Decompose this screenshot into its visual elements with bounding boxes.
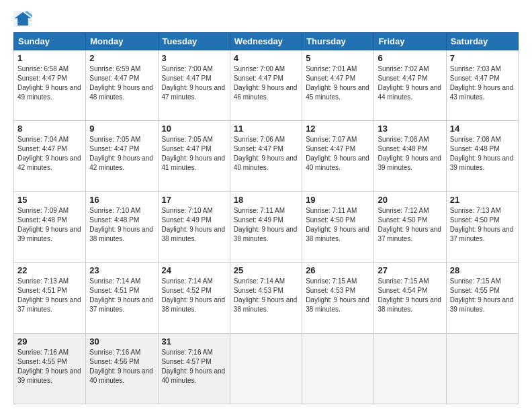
calendar-cell: 26 Sunrise: 7:15 AM Sunset: 4:53 PM Dayl… [302,263,374,333]
calendar-cell: 28 Sunrise: 7:15 AM Sunset: 4:55 PM Dayl… [446,263,518,333]
day-number: 12 [306,124,370,134]
day-info: Sunrise: 7:08 AM Sunset: 4:48 PM Dayligh… [450,135,515,173]
day-info: Sunrise: 7:07 AM Sunset: 4:47 PM Dayligh… [306,135,370,173]
day-number: 28 [450,265,515,275]
day-number: 4 [234,53,298,63]
day-info: Sunrise: 7:14 AM Sunset: 4:53 PM Dayligh… [234,277,298,314]
day-info: Sunrise: 7:05 AM Sunset: 4:47 PM Dayligh… [162,135,226,173]
day-number: 9 [89,124,154,134]
calendar-cell: 8 Sunrise: 7:04 AM Sunset: 4:47 PM Dayli… [14,121,86,191]
calendar-cell: 18 Sunrise: 7:11 AM Sunset: 4:49 PM Dayl… [230,191,302,262]
day-number: 18 [234,195,298,205]
calendar-cell: 25 Sunrise: 7:14 AM Sunset: 4:53 PM Dayl… [230,263,302,333]
day-number: 13 [378,124,442,134]
day-number: 27 [378,265,442,275]
calendar-header-sunday: Sunday [14,33,86,50]
day-number: 24 [162,265,226,275]
calendar-cell: 29 Sunrise: 7:16 AM Sunset: 4:55 PM Dayl… [14,333,86,404]
day-info: Sunrise: 7:06 AM Sunset: 4:47 PM Dayligh… [234,135,298,173]
day-number: 8 [17,124,82,134]
calendar-cell: 24 Sunrise: 7:14 AM Sunset: 4:52 PM Dayl… [158,263,230,333]
calendar-cell: 15 Sunrise: 7:09 AM Sunset: 4:48 PM Dayl… [14,191,86,262]
logo-icon [13,11,32,27]
day-info: Sunrise: 7:04 AM Sunset: 4:47 PM Dayligh… [17,135,82,173]
calendar-cell: 30 Sunrise: 7:16 AM Sunset: 4:56 PM Dayl… [86,333,158,404]
calendar-cell: 23 Sunrise: 7:14 AM Sunset: 4:51 PM Dayl… [86,263,158,333]
day-number: 2 [89,53,154,63]
calendar-cell: 6 Sunrise: 7:02 AM Sunset: 4:47 PM Dayli… [374,50,446,121]
calendar-cell: 17 Sunrise: 7:10 AM Sunset: 4:49 PM Dayl… [158,191,230,262]
day-info: Sunrise: 7:09 AM Sunset: 4:48 PM Dayligh… [17,206,82,244]
day-number: 17 [162,195,226,205]
calendar-table: SundayMondayTuesdayWednesdayThursdayFrid… [13,32,519,404]
day-number: 30 [89,336,154,347]
calendar-cell: 7 Sunrise: 7:03 AM Sunset: 4:47 PM Dayli… [446,50,518,121]
day-number: 26 [306,265,370,275]
day-info: Sunrise: 7:11 AM Sunset: 4:50 PM Dayligh… [306,206,370,244]
day-info: Sunrise: 7:05 AM Sunset: 4:47 PM Dayligh… [89,135,154,173]
calendar-cell [302,333,374,404]
day-info: Sunrise: 7:03 AM Sunset: 4:47 PM Dayligh… [450,64,515,102]
calendar-cell: 27 Sunrise: 7:15 AM Sunset: 4:54 PM Dayl… [374,263,446,333]
calendar-cell: 3 Sunrise: 7:00 AM Sunset: 4:47 PM Dayli… [158,50,230,121]
calendar-cell: 19 Sunrise: 7:11 AM Sunset: 4:50 PM Dayl… [302,191,374,262]
day-info: Sunrise: 7:13 AM Sunset: 4:51 PM Dayligh… [17,277,82,314]
day-number: 11 [234,124,298,134]
calendar-cell: 9 Sunrise: 7:05 AM Sunset: 4:47 PM Dayli… [86,121,158,191]
calendar-cell: 1 Sunrise: 6:58 AM Sunset: 4:47 PM Dayli… [14,50,86,121]
day-info: Sunrise: 7:13 AM Sunset: 4:50 PM Dayligh… [450,206,515,244]
calendar-week-5: 29 Sunrise: 7:16 AM Sunset: 4:55 PM Dayl… [14,333,519,404]
day-info: Sunrise: 7:12 AM Sunset: 4:50 PM Dayligh… [378,206,442,244]
day-number: 10 [162,124,226,134]
calendar-cell: 11 Sunrise: 7:06 AM Sunset: 4:47 PM Dayl… [230,121,302,191]
day-info: Sunrise: 7:15 AM Sunset: 4:54 PM Dayligh… [378,277,442,314]
day-info: Sunrise: 7:15 AM Sunset: 4:53 PM Dayligh… [306,277,370,314]
calendar-cell: 4 Sunrise: 7:00 AM Sunset: 4:47 PM Dayli… [230,50,302,121]
logo [13,11,35,27]
calendar-cell: 16 Sunrise: 7:10 AM Sunset: 4:48 PM Dayl… [86,191,158,262]
day-number: 29 [17,336,82,347]
day-number: 14 [450,124,515,134]
calendar-header-thursday: Thursday [302,33,374,50]
day-number: 15 [17,195,82,205]
calendar-cell: 22 Sunrise: 7:13 AM Sunset: 4:51 PM Dayl… [14,263,86,333]
calendar-week-2: 8 Sunrise: 7:04 AM Sunset: 4:47 PM Dayli… [14,121,519,191]
day-info: Sunrise: 6:58 AM Sunset: 4:47 PM Dayligh… [17,64,82,102]
calendar-cell [230,333,302,404]
calendar-week-3: 15 Sunrise: 7:09 AM Sunset: 4:48 PM Dayl… [14,191,519,262]
calendar-cell: 14 Sunrise: 7:08 AM Sunset: 4:48 PM Dayl… [446,121,518,191]
day-info: Sunrise: 7:11 AM Sunset: 4:49 PM Dayligh… [234,206,298,244]
header [13,11,519,27]
calendar-header-saturday: Saturday [446,33,518,50]
day-info: Sunrise: 7:14 AM Sunset: 4:51 PM Dayligh… [89,277,154,314]
day-number: 21 [450,195,515,205]
day-number: 5 [306,53,370,63]
calendar-cell: 13 Sunrise: 7:08 AM Sunset: 4:48 PM Dayl… [374,121,446,191]
calendar-cell: 20 Sunrise: 7:12 AM Sunset: 4:50 PM Dayl… [374,191,446,262]
day-number: 20 [378,195,442,205]
calendar-cell: 5 Sunrise: 7:01 AM Sunset: 4:47 PM Dayli… [302,50,374,121]
day-number: 31 [162,336,226,347]
day-number: 3 [162,53,226,63]
calendar-header-row: SundayMondayTuesdayWednesdayThursdayFrid… [14,33,519,50]
calendar-cell [446,333,518,404]
day-info: Sunrise: 7:08 AM Sunset: 4:48 PM Dayligh… [378,135,442,173]
calendar-week-4: 22 Sunrise: 7:13 AM Sunset: 4:51 PM Dayl… [14,263,519,333]
calendar-header-friday: Friday [374,33,446,50]
day-info: Sunrise: 7:16 AM Sunset: 4:57 PM Dayligh… [162,348,226,385]
calendar-cell: 10 Sunrise: 7:05 AM Sunset: 4:47 PM Dayl… [158,121,230,191]
day-info: Sunrise: 7:00 AM Sunset: 4:47 PM Dayligh… [234,64,298,102]
day-number: 23 [89,265,154,275]
calendar-cell [374,333,446,404]
day-number: 6 [378,53,442,63]
calendar-cell: 12 Sunrise: 7:07 AM Sunset: 4:47 PM Dayl… [302,121,374,191]
day-number: 19 [306,195,370,205]
day-info: Sunrise: 7:14 AM Sunset: 4:52 PM Dayligh… [162,277,226,314]
calendar-cell: 2 Sunrise: 6:59 AM Sunset: 4:47 PM Dayli… [86,50,158,121]
calendar-week-1: 1 Sunrise: 6:58 AM Sunset: 4:47 PM Dayli… [14,50,519,121]
day-info: Sunrise: 7:01 AM Sunset: 4:47 PM Dayligh… [306,64,370,102]
day-number: 25 [234,265,298,275]
day-info: Sunrise: 7:15 AM Sunset: 4:55 PM Dayligh… [450,277,515,314]
day-info: Sunrise: 7:02 AM Sunset: 4:47 PM Dayligh… [378,64,442,102]
day-number: 7 [450,53,515,63]
